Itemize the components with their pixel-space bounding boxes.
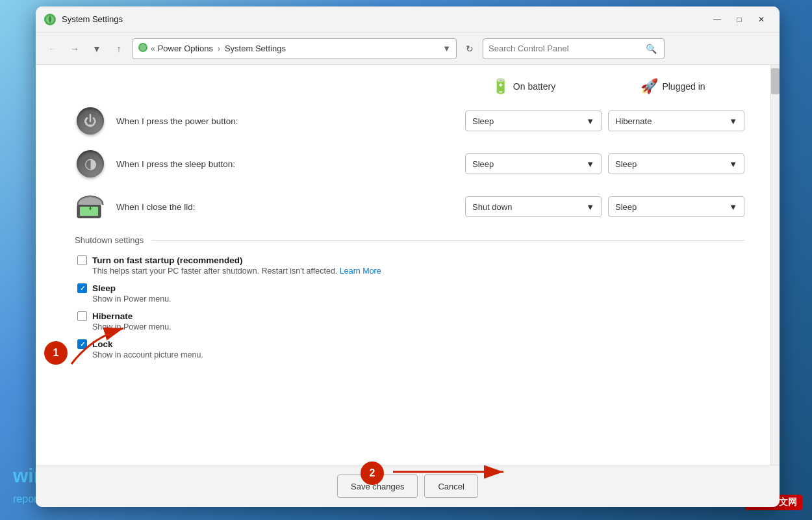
lid-battery-dropdown[interactable]: Shut down ▼ (465, 196, 602, 217)
lock-checkbox-row: Lock (77, 339, 744, 349)
address-path[interactable]: « Power Options › System Settings ▼ (132, 38, 457, 59)
window-controls: — □ ✕ (707, 12, 772, 27)
lid-battery-value: Shut down (472, 202, 512, 212)
sleep-battery-value: Sleep (472, 159, 494, 169)
sleep-checkbox[interactable] (77, 283, 87, 293)
battery-label: On battery (513, 81, 555, 92)
lid-plugged-chevron: ▼ (729, 202, 737, 212)
shutdown-section-label: Shutdown settings (75, 235, 144, 245)
lock-checkbox-desc: Show in account picture menu. (92, 350, 744, 359)
maximize-button[interactable]: □ (729, 12, 750, 27)
cancel-button[interactable]: Cancel (424, 474, 477, 498)
recent-locations-button[interactable]: ▼ (88, 40, 106, 58)
hibernate-checkbox-item: Hibernate Show in Power menu. (77, 311, 744, 332)
learn-more-link[interactable]: Learn More (340, 266, 381, 276)
titlebar: System Settings — □ ✕ (36, 6, 780, 32)
sleep-button-label: When I press the sleep button: (116, 159, 465, 169)
window-title: System Settings (62, 14, 707, 24)
sleep-button-row: When I press the sleep button: Sleep ▼ S… (75, 148, 744, 179)
bottom-bar: Save changes Cancel (36, 465, 780, 507)
content-area: 🔋 On battery 🚀 Plugged in When I press t… (36, 65, 780, 465)
lid-label: When I close the lid: (116, 202, 465, 212)
forward-button[interactable]: → (66, 40, 84, 58)
fast-startup-checkbox[interactable] (77, 255, 87, 265)
lid-plugged-value: Sleep (615, 202, 637, 212)
app-icon (44, 13, 57, 26)
fast-startup-desc: This helps start your PC faster after sh… (92, 266, 744, 276)
scrollbar-thumb[interactable] (771, 68, 780, 94)
power-plugged-dropdown[interactable]: Hibernate ▼ (608, 110, 744, 131)
section-line (151, 240, 744, 240)
svg-rect-7 (90, 206, 91, 209)
svg-rect-5 (80, 207, 98, 216)
fast-startup-row: Turn on fast startup (recommended) (77, 255, 744, 265)
sleep-plugged-dropdown[interactable]: Sleep ▼ (608, 153, 744, 174)
hibernate-checkbox[interactable] (77, 311, 87, 321)
column-headers: 🔋 On battery 🚀 Plugged in (75, 78, 744, 95)
lid-row: When I close the lid: Shut down ▼ Sleep … (75, 191, 744, 222)
sleep-checkbox-desc: Show in Power menu. (92, 294, 744, 304)
plugged-label: Plugged in (662, 81, 705, 92)
power-plugged-value: Hibernate (615, 116, 652, 126)
power-battery-dropdown[interactable]: Sleep ▼ (465, 110, 602, 131)
hibernate-checkbox-row: Hibernate (77, 311, 744, 321)
battery-column-header: 🔋 On battery (452, 78, 595, 95)
sleep-battery-dropdown[interactable]: Sleep ▼ (465, 153, 602, 174)
path-power-options[interactable]: Power Options (158, 44, 213, 53)
sleep-button-icon (75, 148, 106, 179)
shutdown-section-divider: Shutdown settings (75, 235, 744, 245)
plugged-icon: 🚀 (641, 78, 658, 95)
lock-checkbox-item: Lock Show in account picture menu. (77, 339, 744, 359)
fast-startup-checkbox-item: Turn on fast startup (recommended) This … (77, 255, 744, 276)
main-panel: 🔋 On battery 🚀 Plugged in When I press t… (36, 65, 770, 465)
scrollbar[interactable] (770, 65, 780, 465)
back-button[interactable]: ← (44, 40, 62, 58)
path-chevron: › (218, 44, 220, 53)
path-system-settings[interactable]: System Settings (225, 44, 286, 53)
power-battery-chevron: ▼ (586, 116, 594, 126)
sleep-plugged-value: Sleep (615, 159, 637, 169)
power-battery-value: Sleep (472, 116, 494, 126)
close-button[interactable]: ✕ (751, 12, 772, 27)
power-button-label: When I press the power button: (116, 116, 465, 126)
addressbar: ← → ▼ ↑ « Power Options › System Setting… (36, 32, 780, 65)
hibernate-checkbox-label: Hibernate (92, 311, 133, 321)
svg-point-3 (140, 44, 146, 51)
refresh-button[interactable]: ↻ (461, 40, 479, 58)
lid-icon (75, 191, 106, 222)
minimize-button[interactable]: — (707, 12, 728, 27)
search-button[interactable]: 🔍 (643, 41, 659, 57)
power-button-row: When I press the power button: Sleep ▼ H… (75, 105, 744, 136)
path-dropdown-icon[interactable]: ▼ (442, 44, 451, 53)
sleep-plugged-chevron: ▼ (729, 159, 737, 169)
system-settings-window: System Settings — □ ✕ ← → ▼ ↑ « Power Op… (36, 6, 780, 507)
lock-checkbox[interactable] (77, 339, 87, 349)
path-app-icon (138, 42, 148, 55)
lid-battery-chevron: ▼ (586, 202, 594, 212)
lock-checkbox-label: Lock (92, 339, 113, 349)
lid-plugged-dropdown[interactable]: Sleep ▼ (608, 196, 744, 217)
path-separator-left: « (151, 44, 155, 53)
search-box: 🔍 (483, 38, 665, 59)
fast-startup-desc-text: This helps start your PC faster after sh… (92, 266, 337, 276)
save-changes-button[interactable]: Save changes (337, 474, 418, 498)
power-button-icon (75, 105, 106, 136)
plugged-column-header: 🚀 Plugged in (602, 78, 744, 95)
power-plugged-chevron: ▼ (729, 116, 737, 126)
search-input[interactable] (488, 44, 643, 53)
sleep-battery-chevron: ▼ (586, 159, 594, 169)
sleep-checkbox-label: Sleep (92, 283, 116, 293)
fast-startup-label: Turn on fast startup (recommended) (92, 255, 243, 265)
hibernate-checkbox-desc: Show in Power menu. (92, 322, 744, 332)
sleep-checkbox-item: Sleep Show in Power menu. (77, 283, 744, 304)
sleep-checkbox-row: Sleep (77, 283, 744, 293)
up-button[interactable]: ↑ (110, 40, 128, 58)
battery-icon: 🔋 (492, 78, 509, 95)
